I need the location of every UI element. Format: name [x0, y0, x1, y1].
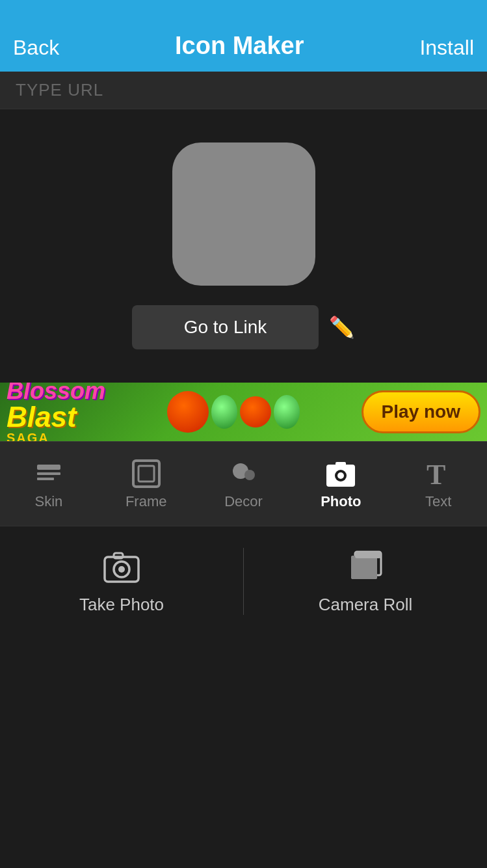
url-bar[interactable]: TYPE URL: [0, 72, 487, 109]
svg-rect-19: [355, 552, 381, 558]
text-icon: T: [423, 458, 454, 489]
flower-decor-1: [167, 391, 209, 433]
tab-frame[interactable]: Frame: [98, 458, 195, 510]
svg-text:T: T: [427, 459, 445, 489]
ad-saga-text: SAGA: [7, 431, 49, 441]
svg-rect-3: [133, 461, 159, 487]
svg-rect-9: [336, 462, 346, 466]
install-button[interactable]: Install: [419, 36, 474, 60]
page-title: Icon Maker: [175, 32, 304, 60]
ad-flowers: [167, 391, 300, 433]
photo-icon: [325, 458, 356, 489]
svg-rect-2: [37, 478, 54, 480]
photo-panel: Take Photo Camera Roll: [0, 526, 487, 636]
camera-roll-option[interactable]: Camera Roll: [244, 548, 487, 615]
svg-point-14: [118, 566, 125, 573]
back-button[interactable]: Back: [13, 36, 59, 60]
tab-decor[interactable]: Decor: [195, 458, 293, 510]
app-header: Back Icon Maker Install: [0, 0, 487, 72]
canvas-area: Go to Link ✏️: [0, 109, 487, 383]
svg-rect-18: [351, 556, 377, 579]
ad-blossom-text: Blossom: [7, 383, 105, 403]
icon-preview: [172, 142, 315, 286]
frame-icon: [131, 458, 162, 489]
tab-decor-label: Decor: [224, 493, 263, 510]
tab-frame-label: Frame: [125, 493, 167, 510]
svg-point-10: [337, 472, 344, 479]
svg-point-6: [244, 470, 255, 480]
tab-photo[interactable]: Photo: [292, 458, 389, 510]
tab-text[interactable]: T Text: [389, 458, 487, 510]
camera-roll-label: Camera Roll: [319, 595, 413, 615]
url-placeholder: TYPE URL: [16, 80, 103, 100]
edit-icon[interactable]: ✏️: [329, 315, 355, 340]
ad-banner[interactable]: Blossom Blast SAGA Play now: [0, 383, 487, 441]
tab-skin[interactable]: Skin: [0, 458, 98, 510]
flower-decor-3: [240, 396, 271, 427]
go-to-link-button[interactable]: Go to Link: [132, 305, 319, 349]
decor-icon: [228, 458, 259, 489]
svg-rect-0: [37, 465, 60, 470]
tab-bar: Skin Frame Decor Photo T Text: [0, 441, 487, 526]
svg-rect-4: [138, 466, 154, 481]
tab-skin-label: Skin: [35, 493, 63, 510]
flower-decor-4: [274, 395, 300, 429]
take-photo-option[interactable]: Take Photo: [0, 548, 244, 615]
tab-photo-label: Photo: [321, 493, 361, 510]
svg-rect-15: [114, 553, 123, 558]
play-now-button[interactable]: Play now: [362, 390, 480, 433]
camera-roll-icon: [346, 548, 385, 587]
flower-decor-2: [211, 395, 237, 429]
go-to-link-row: Go to Link ✏️: [132, 305, 356, 349]
ad-blast-text: Blast: [7, 403, 77, 431]
take-photo-label: Take Photo: [79, 595, 164, 615]
camera-icon: [102, 548, 141, 587]
ad-text-left: Blossom Blast SAGA: [7, 383, 105, 441]
tab-text-label: Text: [425, 493, 451, 510]
skin-icon: [33, 458, 64, 489]
svg-rect-1: [37, 472, 60, 475]
